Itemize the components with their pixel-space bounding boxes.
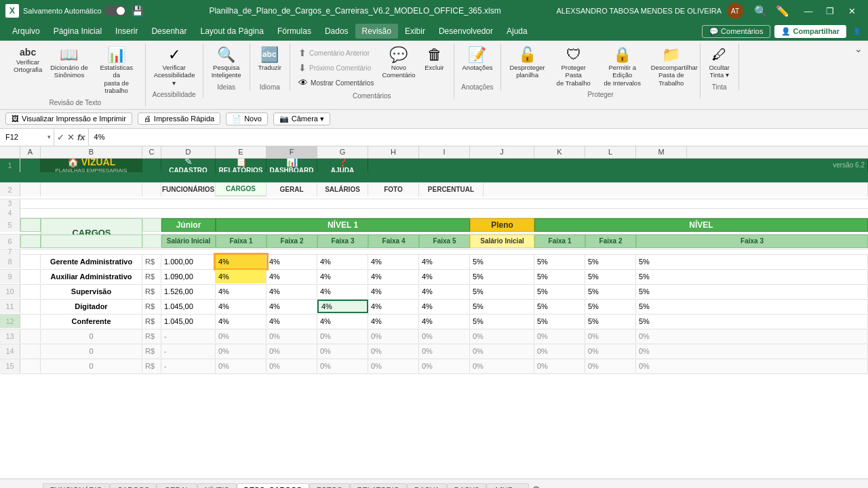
comentario-anterior-button[interactable]: ⬆ Comentário Anterior — [296, 46, 376, 60]
tab-fotos[interactable]: FOTOS — [309, 483, 350, 488]
r14-f2[interactable]: 0% — [267, 344, 317, 358]
r14-sal[interactable]: - — [161, 344, 216, 358]
r9-cargo[interactable]: Auxiliar Administrativo — [41, 270, 142, 283]
tab-desc-cargos[interactable]: DESC_CARGOS — [237, 483, 309, 488]
r10-f4[interactable]: 4% — [368, 285, 419, 298]
r14-f3[interactable]: 0% — [317, 344, 368, 358]
mostrar-comentarios-button[interactable]: 👁 Mostrar Comentários — [296, 76, 376, 89]
search-icon[interactable]: 🔍 — [754, 5, 768, 18]
col-header-a[interactable]: A — [20, 146, 41, 158]
sheet-nav-prev-prev[interactable]: |◂ — [5, 486, 12, 488]
r15-cargo[interactable]: 0 — [41, 359, 142, 373]
r10-sal[interactable]: 1.526,00 — [161, 285, 216, 298]
formula-check-icon[interactable]: ✓ — [57, 132, 64, 142]
r8-f1[interactable]: 4% — [216, 255, 267, 268]
menu-desenvolvedor[interactable]: Desenvolvedor — [432, 24, 500, 39]
r15-sal[interactable]: - — [161, 359, 216, 373]
new-button[interactable]: 📄 Novo — [226, 113, 268, 125]
tab-funcionario[interactable]: FUNCIONÁRIO — [43, 483, 110, 488]
verificar-ortografia-button[interactable]: abc VerificarOrtografia — [11, 46, 45, 75]
r11-f1[interactable]: 4% — [216, 300, 267, 313]
r10-f3b[interactable]: 5% — [636, 285, 868, 298]
r14-f5[interactable]: 0% — [419, 344, 470, 358]
tab-cargos[interactable]: CARGOS — [110, 483, 157, 488]
r8-f2[interactable]: 4% — [267, 255, 317, 268]
r13-f2b[interactable]: 0% — [585, 329, 636, 343]
tab-niveis[interactable]: NÍVEIS — [197, 483, 237, 488]
r10-sal2[interactable]: 5% — [470, 285, 534, 298]
r9-sal[interactable]: 1.090,00 — [161, 270, 216, 283]
print-preview-button[interactable]: 🖼 Visualizar Impressão e Imprimir — [5, 113, 132, 125]
menu-formulas[interactable]: Fórmulas — [271, 24, 318, 39]
r14-sal2[interactable]: 0% — [470, 344, 534, 358]
anotacoes-button[interactable]: 📝 Anotações — [460, 46, 496, 73]
r13-cargo[interactable]: 0 — [41, 329, 142, 343]
pesquisa-inteligente-button[interactable]: 🔍 PesquisaInteligente — [209, 46, 244, 81]
r12-f1b[interactable]: 5% — [534, 314, 585, 328]
col-header-k[interactable]: K — [534, 146, 585, 158]
r14-f1[interactable]: 0% — [216, 344, 267, 358]
r14-f1b[interactable]: 0% — [534, 344, 585, 358]
r10-f2b[interactable]: 5% — [585, 285, 636, 298]
col-header-d[interactable]: D — [161, 146, 216, 158]
r10-f5[interactable]: 4% — [419, 285, 470, 298]
proteger-pasta-button[interactable]: 🛡 Proteger Pastade Trabalho — [551, 46, 597, 88]
r11-f2[interactable]: 4% — [267, 300, 317, 313]
col-header-j[interactable]: J — [470, 146, 534, 158]
r8-f5[interactable]: 4% — [419, 255, 470, 268]
col-header-h[interactable]: H — [368, 146, 419, 158]
maximize-button[interactable]: ❐ — [819, 0, 841, 22]
tab-geral[interactable]: GERAL — [157, 483, 197, 488]
r13-f1b[interactable]: 0% — [534, 329, 585, 343]
r8-f2b[interactable]: 5% — [585, 255, 636, 268]
r11-f4[interactable]: 4% — [368, 300, 419, 313]
quick-print-button[interactable]: 🖨 Impressão Rápida — [138, 113, 220, 125]
subnav-percentual[interactable]: PERCENTUAL — [419, 183, 484, 197]
r13-f4[interactable]: 0% — [368, 329, 419, 343]
dicionario-button[interactable]: 📖 Dicionário deSinônimos — [47, 46, 90, 81]
subnav-foto[interactable]: FOTO — [368, 183, 419, 197]
r13-f5[interactable]: 0% — [419, 329, 470, 343]
r11-f3b[interactable]: 5% — [636, 300, 868, 313]
r9-f2b[interactable]: 5% — [585, 270, 636, 283]
r15-sal2[interactable]: 0% — [470, 359, 534, 373]
nav-dashboard[interactable]: 📊 DASHBOARD — [267, 159, 317, 172]
r11-sal2[interactable]: 5% — [470, 300, 534, 313]
r9-f3b[interactable]: 5% — [636, 270, 868, 283]
cell-reference[interactable]: F12 — [0, 129, 54, 146]
desproteger-planilha-button[interactable]: 🔓 Desprotegerplanilha — [507, 46, 547, 81]
r12-f4[interactable]: 4% — [368, 314, 419, 328]
r12-f2[interactable]: 4% — [267, 314, 317, 328]
r11-sal[interactable]: 1.045,00 — [161, 300, 216, 313]
traduzir-button[interactable]: 🔤 Traduzir — [256, 46, 285, 73]
ocultar-tinta-button[interactable]: 🖊 OcultarTinta ▾ — [706, 46, 733, 81]
r12-f1[interactable]: 4% — [216, 314, 267, 328]
close-button[interactable]: ✕ — [841, 0, 863, 22]
r9-f3[interactable]: 4% — [317, 270, 368, 283]
r10-f1b[interactable]: 5% — [534, 285, 585, 298]
col-header-c[interactable]: C — [142, 146, 161, 158]
r11-f5[interactable]: 4% — [419, 300, 470, 313]
minimize-button[interactable]: — — [797, 0, 819, 22]
tab-dash2[interactable]: DASH2 — [447, 483, 487, 488]
r12-f3[interactable]: 4% — [317, 314, 368, 328]
proximo-comentario-button[interactable]: ⬇ Próximo Comentário — [296, 61, 376, 75]
autosave-toggle[interactable] — [104, 5, 126, 16]
r10-f3[interactable]: 4% — [317, 285, 368, 298]
r8-f4[interactable]: 4% — [368, 255, 419, 268]
r15-f3b[interactable]: 0% — [636, 359, 868, 373]
r9-f4[interactable]: 4% — [368, 270, 419, 283]
r8-f1b[interactable]: 5% — [534, 255, 585, 268]
r11-f2b[interactable]: 5% — [585, 300, 636, 313]
r15-f2[interactable]: 0% — [267, 359, 317, 373]
ribbon-expand-icon[interactable]: ⌄ — [854, 43, 863, 54]
col-header-b[interactable]: B — [41, 146, 142, 158]
col-header-m[interactable]: M — [636, 146, 687, 158]
verificar-acessibilidade-button[interactable]: ✓ VerificarAcessibilidade ▾ — [151, 46, 197, 88]
r14-f2b[interactable]: 0% — [585, 344, 636, 358]
menu-arquivo[interactable]: Arquivo — [5, 24, 47, 39]
r12-sal[interactable]: 1.045,00 — [161, 314, 216, 328]
r14-f4[interactable]: 0% — [368, 344, 419, 358]
col-header-g[interactable]: G — [317, 146, 368, 158]
r9-f1b[interactable]: 5% — [534, 270, 585, 283]
